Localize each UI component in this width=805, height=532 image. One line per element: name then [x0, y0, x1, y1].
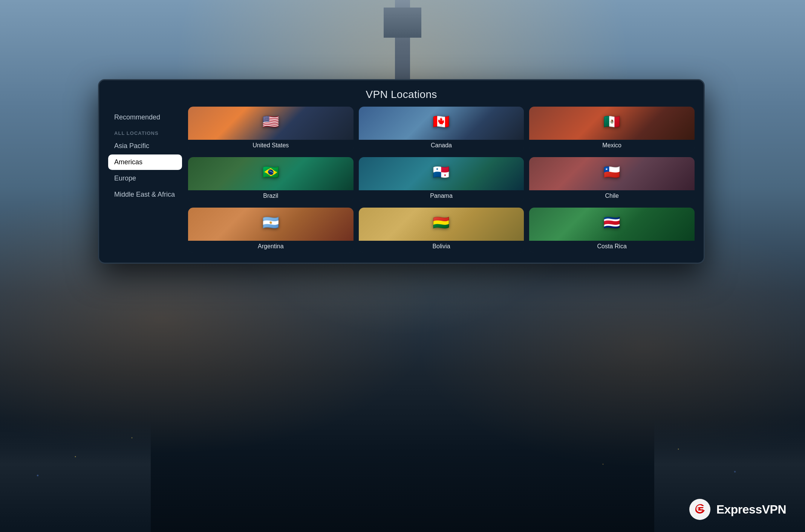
card-label-us: United States [188, 140, 354, 152]
flag-cl: 🇨🇱 [603, 164, 620, 180]
sidebar-item-asia-pacific[interactable]: Asia Pacific [108, 138, 182, 154]
card-label-cl: Chile [529, 190, 695, 202]
expressvpn-icon [689, 498, 711, 521]
card-image-ar: 🇦🇷 [188, 208, 354, 241]
sidebar-item-recommended[interactable]: Recommended [108, 110, 182, 125]
location-card-ar[interactable]: 🇦🇷 Argentina [188, 208, 354, 253]
location-card-ca[interactable]: 🇨🇦 Canada [359, 107, 524, 152]
card-label-cr: Costa Rica [529, 241, 695, 253]
card-image-br: 🇧🇷 [188, 157, 354, 190]
flag-cr: 🇨🇷 [603, 215, 620, 231]
location-card-pa[interactable]: 🇵🇦 Panama [359, 157, 524, 202]
card-label-ca: Canada [359, 140, 524, 152]
card-image-pa: 🇵🇦 [359, 157, 524, 190]
sidebar-item-americas[interactable]: Americas [108, 154, 182, 170]
card-label-br: Brazil [188, 190, 354, 202]
flag-mx: 🇲🇽 [603, 114, 620, 130]
location-card-cr[interactable]: 🇨🇷 Costa Rica [529, 208, 695, 253]
location-content: 🇺🇸 United States 🇨🇦 Canada 🇲🇽 Mexico [182, 107, 704, 263]
expressvpn-logo: ExpressVPN [689, 498, 786, 521]
panel-body: Recommended ALL LOCATIONS Asia Pacific A… [99, 107, 704, 263]
flag-us: 🇺🇸 [262, 114, 279, 130]
location-card-us[interactable]: 🇺🇸 United States [188, 107, 354, 152]
panel-title: VPN Locations [99, 80, 704, 107]
card-image-us: 🇺🇸 [188, 107, 354, 140]
city-lights [0, 381, 805, 532]
location-grid: 🇺🇸 United States 🇨🇦 Canada 🇲🇽 Mexico [188, 107, 695, 256]
flag-br: 🇧🇷 [262, 164, 279, 180]
flag-bo: 🇧🇴 [433, 215, 450, 231]
card-image-cr: 🇨🇷 [529, 208, 695, 241]
flag-ar: 🇦🇷 [262, 215, 279, 231]
sidebar-section-all-locations: ALL LOCATIONS [108, 126, 182, 138]
card-label-pa: Panama [359, 190, 524, 202]
card-image-ca: 🇨🇦 [359, 107, 524, 140]
card-image-mx: 🇲🇽 [529, 107, 695, 140]
location-card-br[interactable]: 🇧🇷 Brazil [188, 157, 354, 202]
location-card-cl[interactable]: 🇨🇱 Chile [529, 157, 695, 202]
card-image-bo: 🇧🇴 [359, 208, 524, 241]
vpn-panel: VPN Locations Recommended ALL LOCATIONS … [98, 79, 705, 264]
expressvpn-text: ExpressVPN [716, 503, 786, 517]
card-label-mx: Mexico [529, 140, 695, 152]
location-card-mx[interactable]: 🇲🇽 Mexico [529, 107, 695, 152]
card-image-cl: 🇨🇱 [529, 157, 695, 190]
sidebar-item-europe[interactable]: Europe [108, 171, 182, 186]
sidebar: Recommended ALL LOCATIONS Asia Pacific A… [99, 107, 182, 263]
flag-pa: 🇵🇦 [433, 164, 450, 180]
card-label-bo: Bolivia [359, 241, 524, 253]
card-label-ar: Argentina [188, 241, 354, 253]
location-card-bo[interactable]: 🇧🇴 Bolivia [359, 208, 524, 253]
sidebar-item-middle-east-africa[interactable]: Middle East & Africa [108, 187, 182, 202]
flag-ca: 🇨🇦 [433, 114, 450, 130]
